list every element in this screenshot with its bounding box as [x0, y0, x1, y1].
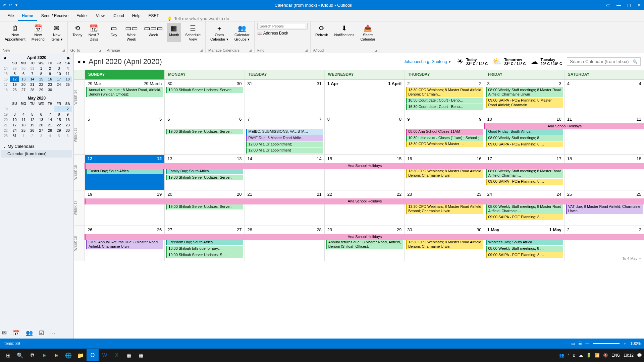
ie-icon[interactable]: e	[50, 349, 62, 361]
ribbon-refresh-button[interactable]: ⟳Refresh	[313, 23, 330, 42]
calendar-cell[interactable]: 1111	[564, 115, 644, 155]
mini-cal-day[interactable]: 10	[10, 117, 19, 122]
calendar-event[interactable]: 16:30 Court date ; Court - Beno…	[406, 98, 483, 104]
people-icon[interactable]: 👥	[26, 329, 33, 337]
calendar-event[interactable]: 09:00 SAIPA - POE Planning; 8 Master Roa…	[486, 98, 562, 108]
mini-cal-day[interactable]: 3	[37, 133, 46, 138]
zoom-slider[interactable]	[593, 343, 620, 344]
calendar-cell[interactable]: 1212Easter Day; South Africa	[85, 155, 164, 190]
search-people-input[interactable]	[257, 23, 308, 29]
calendar-cell[interactable]: 88	[324, 115, 404, 155]
ribbon-today-button[interactable]: ⟲Today	[70, 23, 85, 42]
menu-tab-help[interactable]: Help	[128, 11, 145, 21]
battery-icon[interactable]: 🔋	[586, 353, 591, 358]
spanning-event[interactable]: Ana School Holidays	[85, 163, 644, 169]
mini-cal-day[interactable]: 15	[54, 117, 63, 122]
prev-month-button[interactable]: ◀	[77, 59, 80, 64]
calendar-cell[interactable]: 2525VAT due; 8 Master Road Airfield; Cha…	[564, 190, 644, 226]
calendar-cell[interactable]: 9908:00 Ana School Closes 11AM10:30 Litt…	[404, 115, 484, 155]
mini-cal-day[interactable]: 9	[63, 112, 72, 117]
mini-cal-day[interactable]: 24	[10, 128, 19, 133]
calendar-cell[interactable]: 3308:00 Weekly Staff meetings; 8 Master …	[484, 80, 564, 115]
calendar-search[interactable]: 🔍	[567, 57, 641, 66]
ribbon-opencalendar-button[interactable]: ＋OpenCalendar ▾	[208, 23, 230, 42]
mini-cal-day[interactable]: 11	[63, 71, 72, 76]
calendar-event[interactable]: 08:00 Weekly Staff meetings; 8 …	[486, 246, 562, 252]
mini-cal-day[interactable]: 23	[46, 82, 54, 87]
calendar-event[interactable]: 08:00 Weekly Staff meetings; 8 Master Ro…	[486, 168, 562, 178]
ribbon-month-button[interactable]: ▦Month	[167, 23, 181, 42]
ribbon-calendargroups-button[interactable]: 👥CalendarGroups ▾	[232, 23, 252, 42]
mini-cal-day[interactable]: 26	[28, 128, 37, 133]
ribbon-sharecalendar-button[interactable]: 📤ShareCalendar	[358, 23, 377, 42]
mini-cal-day[interactable]: 27	[19, 87, 28, 93]
volume-icon[interactable]: 🔇	[603, 353, 608, 358]
calendar-event[interactable]: 13:30 CPD Webinars; 8 Master Road Airfie…	[406, 239, 483, 249]
mini-cal-day[interactable]: 4	[19, 112, 28, 117]
dialog-launcher-icon[interactable]: ◢	[62, 49, 65, 52]
more-icon[interactable]: ⋯	[50, 329, 56, 337]
calendar-cell[interactable]: 202019:00 Shiloah Server Updates; Server…	[164, 190, 244, 226]
mini-cal-day[interactable]: 5	[10, 71, 19, 76]
mini-cal-day[interactable]: 17	[54, 76, 63, 82]
mini-cal-day[interactable]: 13	[37, 117, 46, 122]
calendar-cell[interactable]: 55	[85, 115, 164, 155]
mini-cal-day[interactable]: 29	[54, 128, 63, 133]
mini-cal-day[interactable]: 2	[46, 66, 54, 71]
mini-cal-day[interactable]: 4	[63, 66, 72, 71]
calendar-cell[interactable]: 6619:00 Shiloah Server Updates; Server;	[164, 115, 244, 155]
excel-icon[interactable]: X	[111, 349, 123, 361]
calendar-event[interactable]: Easter Day; South Africa	[86, 168, 163, 174]
calendar-cell[interactable]: 171708:00 Weekly Staff meetings; 8 Maste…	[484, 155, 564, 190]
mini-cal-day[interactable]	[46, 106, 54, 112]
calendar-event[interactable]: 13:30 CPD Webinars; 8 Master Road Airfie…	[406, 204, 483, 214]
calendar-cell[interactable]: 2727Freedom Day; South Africa10:00 Shilo…	[164, 226, 244, 261]
ribbon-display-icon[interactable]: ▭	[606, 2, 610, 8]
mini-cal-day[interactable]: 6	[19, 71, 28, 76]
menu-tab-view[interactable]: View	[92, 11, 109, 21]
calendar-event[interactable]: 16:30 Court date ; Court - Beno…	[406, 104, 483, 110]
mini-cal-day[interactable]: 28	[46, 128, 54, 133]
calendar-cell[interactable]: 1515	[324, 155, 404, 190]
calendar-cell[interactable]: 1414	[245, 155, 324, 190]
calendar-event[interactable]: Worker's Day; South Africa	[486, 239, 562, 245]
calendar-cell[interactable]: 1919	[85, 190, 164, 226]
calendar-cell[interactable]: 1 Apr1 April	[324, 80, 404, 115]
chrome-icon[interactable]: 🌐	[62, 349, 74, 361]
mini-cal-day[interactable]: 28	[28, 87, 37, 93]
calendar-cell[interactable]: 303013:30 CPD Webinars; 8 Master Road Ai…	[404, 226, 484, 261]
mini-cal-day[interactable]: 31	[10, 133, 19, 138]
menu-tab-file[interactable]: File	[3, 11, 18, 21]
calendar-event[interactable]: PAYE Due; 8 Master Road Airfie…	[246, 135, 323, 141]
calendar-cell[interactable]: 303019:00 Shiloah Server Updates; Server…	[164, 80, 244, 115]
app-icon[interactable]: ▦	[123, 349, 135, 361]
dialog-launcher-icon[interactable]: ◢	[375, 49, 377, 52]
mini-cal-day[interactable]: 1	[37, 66, 46, 71]
calendar-cell[interactable]: 2626CIPC Annual Returns Due; 8 Master Ro…	[85, 226, 164, 261]
mini-cal-day[interactable]: 5	[28, 112, 37, 117]
calendar-event[interactable]: 13:30 CPD Webinars; 8 Master Road Airfie…	[406, 87, 483, 97]
people-tray-icon[interactable]: 👥	[559, 353, 564, 358]
mini-cal-day[interactable]: 30	[19, 66, 28, 71]
spanning-event[interactable]: Ana School Holidays	[484, 123, 644, 129]
calendar-event[interactable]: 08:00 Ana School Closes 11AM	[406, 129, 483, 135]
mini-cal-day[interactable]: 7	[46, 112, 54, 117]
ribbon-notifications-button[interactable]: ⬇Notifications	[332, 23, 356, 42]
ribbon-nextdays-button[interactable]: 📆Next 7Days	[87, 23, 101, 42]
calendar-event[interactable]: 19:00 Shiloah Server Updates; Server;	[166, 175, 243, 180]
undo-icon[interactable]: ↶	[9, 3, 12, 7]
clock[interactable]: 18:12	[624, 353, 634, 358]
ribbon-newitems-button[interactable]: ✉NewItems ▾	[49, 23, 65, 42]
weather-tomorrow[interactable]: ⛅Tomorrow23° C / 14° C	[492, 57, 526, 66]
mini-cal-day[interactable]: 14	[46, 117, 54, 122]
zoom-out-button[interactable]: —	[585, 341, 589, 346]
ribbon-scheduleview-button[interactable]: ☰ScheduleView	[183, 23, 203, 42]
mini-cal-day[interactable]: 16	[46, 76, 54, 82]
next-week-link[interactable]: To 4 May →	[622, 256, 642, 260]
calendar-event[interactable]: 09:00 SAIPA - POE Planning; 8 …	[486, 214, 562, 220]
mini-cal-day[interactable]	[19, 106, 28, 112]
mini-cal-day[interactable]: 6	[37, 112, 46, 117]
qat-customize-icon[interactable]: ▼	[15, 3, 18, 7]
calendar-cell[interactable]: 1010Good Friday; South Africa08:00 Weekl…	[484, 115, 564, 155]
calendar-event[interactable]: 08:00 Weekly Staff meetings; 8 …	[486, 135, 562, 141]
